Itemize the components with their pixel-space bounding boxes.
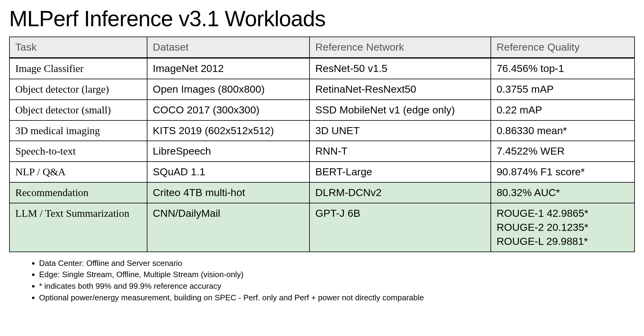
cell-task: LLM / Text Summarization	[9, 203, 147, 252]
quality-line: 7.4522% WER	[497, 144, 629, 158]
quality-line: ROUGE-2 20.1235*	[497, 220, 629, 234]
cell-quality: 80.32% AUC*	[491, 182, 635, 203]
footnote-item: Edge: Single Stream, Offline, Multiple S…	[39, 269, 635, 281]
quality-line: 0.3755 mAP	[497, 82, 629, 96]
cell-task: NLP / Q&A	[9, 162, 147, 182]
cell-task: Object detector (large)	[9, 79, 147, 100]
quality-line: 0.22 mAP	[497, 103, 629, 117]
workloads-table: Task Dataset Reference Network Reference…	[9, 37, 635, 252]
cell-network: RetinaNet-ResNext50	[309, 79, 491, 100]
cell-dataset: Criteo 4TB multi-hot	[147, 182, 309, 203]
col-header-quality: Reference Quality	[491, 37, 635, 58]
cell-dataset: KITS 2019 (602x512x512)	[147, 120, 309, 141]
cell-quality: 76.456% top-1	[491, 58, 635, 79]
table-row: NLP / Q&ASQuAD 1.1BERT-Large90.874% F1 s…	[9, 162, 635, 182]
page-title: MLPerf Inference v3.1 Workloads	[9, 6, 635, 31]
table-header-row: Task Dataset Reference Network Reference…	[9, 37, 635, 58]
quality-line: 76.456% top-1	[497, 62, 629, 76]
cell-network: ResNet-50 v1.5	[309, 58, 491, 79]
cell-network: RNN-T	[309, 141, 491, 162]
cell-task: Image Classifier	[9, 58, 147, 79]
table-row: Image ClassifierImageNet 2012ResNet-50 v…	[9, 58, 635, 79]
table-row: RecommendationCriteo 4TB multi-hotDLRM-D…	[9, 182, 635, 203]
cell-dataset: LibreSpeech	[147, 141, 309, 162]
cell-quality: 0.22 mAP	[491, 100, 635, 120]
cell-quality: 90.874% F1 score*	[491, 162, 635, 182]
cell-quality: 0.3755 mAP	[491, 79, 635, 100]
table-row: Object detector (small)COCO 2017 (300x30…	[9, 100, 635, 120]
col-header-task: Task	[9, 37, 147, 58]
cell-quality: 7.4522% WER	[491, 141, 635, 162]
cell-dataset: CNN/DailyMail	[147, 203, 309, 252]
footnote-item: * indicates both 99% and 99.9% reference…	[39, 281, 635, 292]
cell-dataset: SQuAD 1.1	[147, 162, 309, 182]
cell-quality: 0.86330 mean*	[491, 120, 635, 141]
cell-network: BERT-Large	[309, 162, 491, 182]
decorative-band	[0, 328, 644, 336]
quality-line: 0.86330 mean*	[497, 124, 629, 138]
footnote-item: Optional power/energy measurement, build…	[39, 292, 635, 304]
table-row: LLM / Text SummarizationCNN/DailyMailGPT…	[9, 203, 635, 252]
cell-quality: ROUGE-1 42.9865*ROUGE-2 20.1235*ROUGE-L …	[491, 203, 635, 252]
col-header-network: Reference Network	[309, 37, 491, 58]
cell-dataset: Open Images (800x800)	[147, 79, 309, 100]
cell-network: DLRM-DCNv2	[309, 182, 491, 203]
cell-task: Object detector (small)	[9, 100, 147, 120]
col-header-dataset: Dataset	[147, 37, 309, 58]
cell-task: 3D medical imaging	[9, 120, 147, 141]
table-row: Object detector (large)Open Images (800x…	[9, 79, 635, 100]
footnote-item: Data Center: Offline and Server scenario	[39, 258, 635, 269]
quality-line: ROUGE-1 42.9865*	[497, 206, 629, 220]
cell-network: GPT-J 6B	[309, 203, 491, 252]
cell-task: Recommendation	[9, 182, 147, 203]
quality-line: 90.874% F1 score*	[497, 165, 629, 179]
table-row: Speech-to-textLibreSpeechRNN-T7.4522% WE…	[9, 141, 635, 162]
quality-line: 80.32% AUC*	[497, 186, 629, 200]
cell-dataset: ImageNet 2012	[147, 58, 309, 79]
cell-network: SSD MobileNet v1 (edge only)	[309, 100, 491, 120]
quality-line: ROUGE-L 29.9881*	[497, 234, 629, 248]
cell-dataset: COCO 2017 (300x300)	[147, 100, 309, 120]
cell-network: 3D UNET	[309, 120, 491, 141]
footnotes-list: Data Center: Offline and Server scenario…	[31, 258, 635, 304]
table-row: 3D medical imagingKITS 2019 (602x512x512…	[9, 120, 635, 141]
cell-task: Speech-to-text	[9, 141, 147, 162]
